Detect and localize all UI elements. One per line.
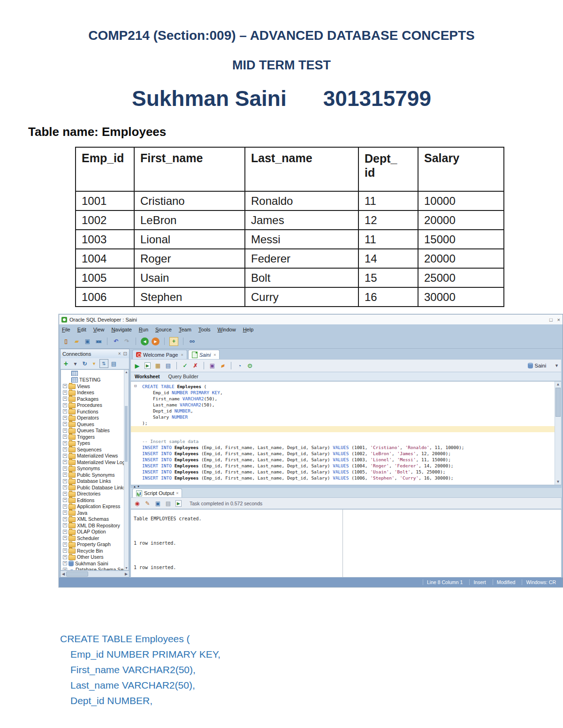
autotrace-icon[interactable] — [154, 362, 162, 370]
tree-item-testing[interactable]: TESTING — [61, 377, 129, 383]
tree-item-application-express[interactable]: +Application Express — [61, 503, 129, 510]
expand-icon[interactable]: + — [63, 447, 67, 451]
code-line[interactable] — [131, 426, 555, 432]
menu-source[interactable]: Source — [155, 327, 172, 332]
tree-item-views[interactable]: +Views — [61, 383, 129, 390]
expand-icon[interactable]: + — [63, 397, 67, 401]
code-line[interactable]: First_name VARCHAR2(50), — [142, 396, 555, 402]
dropdown-caret-icon[interactable] — [71, 360, 79, 368]
menu-edit[interactable]: Edit — [77, 327, 86, 332]
tree-item-java[interactable]: +Java — [61, 510, 129, 516]
tab-close-icon[interactable]: × — [213, 353, 216, 357]
tuning-icon[interactable] — [246, 362, 254, 370]
menu-file[interactable]: File — [62, 327, 70, 332]
expand-icon[interactable]: + — [63, 466, 67, 471]
expand-icon[interactable]: + — [63, 384, 67, 388]
redo-icon[interactable] — [123, 338, 131, 345]
expand-icon[interactable]: + — [63, 460, 67, 464]
save-icon[interactable] — [84, 338, 91, 345]
tree-root-sukhman-saini[interactable]: +Sukhman Saini — [61, 560, 129, 567]
code-line[interactable]: INSERT INTO Employees (Emp_id, First_nam… — [142, 475, 555, 481]
tree-item-procedures[interactable]: +Procedures — [61, 402, 129, 409]
sql-history-icon[interactable] — [236, 362, 243, 370]
expand-icon[interactable]: + — [63, 416, 67, 420]
tree-item-queues-tables[interactable]: +Queues Tables — [61, 428, 129, 434]
menu-view[interactable]: View — [93, 327, 105, 332]
expand-icon[interactable]: + — [63, 517, 67, 521]
maximize-icon[interactable]: □ — [549, 317, 553, 323]
expand-icon[interactable]: + — [63, 530, 67, 534]
tree-vertical-scrollbar[interactable]: ▲ ▼ — [124, 370, 129, 570]
collapse-all-icon[interactable] — [110, 360, 118, 368]
expand-icon[interactable]: + — [63, 542, 67, 547]
script-output-console[interactable]: Table EMPLOYEES created.1 row inserted.1… — [130, 509, 562, 578]
menu-tools[interactable]: Tools — [198, 327, 211, 332]
menu-navigate[interactable]: Navigate — [111, 327, 131, 332]
commit-icon[interactable] — [181, 362, 189, 370]
sort-icon[interactable] — [99, 359, 108, 368]
expand-icon[interactable]: + — [63, 504, 67, 509]
scroll-right-icon[interactable]: ▶ — [123, 572, 129, 576]
print-icon[interactable] — [164, 499, 172, 507]
expand-icon[interactable]: + — [63, 492, 67, 496]
open-folder-icon[interactable] — [73, 338, 81, 345]
expand-icon[interactable]: + — [63, 555, 67, 559]
menu-window[interactable]: Window — [217, 327, 236, 332]
title-bar[interactable]: Oracle SQL Developer : Saini □ × — [59, 315, 563, 324]
new-file-icon[interactable] — [62, 338, 70, 345]
clear-icon[interactable] — [219, 362, 227, 370]
explain-plan-icon[interactable] — [164, 362, 172, 370]
tree-item[interactable] — [61, 370, 129, 377]
script-icon[interactable] — [175, 499, 183, 507]
scroll-up-icon[interactable]: ▲ — [555, 382, 561, 387]
tree-item-recycle-bin[interactable]: +Recycle Bin — [61, 548, 129, 554]
menu-run[interactable]: Run — [139, 327, 148, 332]
tree-item-database-links[interactable]: +Database Links — [61, 478, 129, 485]
expand-icon[interactable]: + — [63, 523, 67, 527]
chevron-down-icon[interactable]: ▼ — [555, 363, 559, 368]
undo-icon[interactable] — [112, 338, 120, 345]
tree-item-olap-option[interactable]: +OLAP Option — [61, 529, 129, 535]
tree-item-public-database-links[interactable]: +Public Database Links — [61, 484, 129, 491]
tree-item-indexes[interactable]: +Indexes — [61, 390, 129, 396]
code-line[interactable]: ); — [142, 420, 555, 426]
pin-icon[interactable] — [133, 499, 141, 507]
tree-item-sequences[interactable]: +Sequences — [61, 446, 129, 453]
tree-item-packages[interactable]: +Packages — [61, 396, 129, 402]
add-connection-icon[interactable] — [62, 360, 70, 368]
code-line[interactable]: CREATE TABLE Employees ( — [142, 383, 555, 390]
tab-saini-worksheet[interactable]: Saini × — [188, 350, 220, 359]
code-line[interactable]: -- Insert sample data — [142, 438, 555, 444]
expand-icon[interactable]: + — [63, 473, 67, 477]
scroll-left-icon[interactable]: ◀ — [61, 572, 66, 576]
tree-root-database-schema-service-con[interactable]: +☁Database Schema Service Con — [61, 567, 129, 571]
unshared-worksheet-icon[interactable] — [208, 362, 216, 370]
save-icon[interactable] — [154, 499, 162, 507]
tree-item-other-users[interactable]: +Other Users — [61, 554, 129, 561]
expand-icon[interactable]: + — [63, 568, 67, 570]
tree-item-materialized-views[interactable]: +Materialized Views — [61, 453, 129, 459]
forward-icon[interactable] — [152, 338, 160, 345]
menu-help[interactable]: Help — [243, 327, 254, 332]
expand-icon[interactable]: + — [63, 441, 67, 445]
tree-item-scheduler[interactable]: +Scheduler — [61, 535, 129, 541]
expand-icon[interactable]: + — [63, 510, 67, 515]
tree-item-functions[interactable]: +Functions — [61, 408, 129, 415]
tab-worksheet[interactable]: Worksheet — [135, 374, 160, 379]
tree-item-queues[interactable]: +Queues — [61, 421, 129, 428]
tree-item-directories[interactable]: +Directories — [61, 491, 129, 497]
tab-close-icon[interactable]: × — [181, 353, 183, 357]
code-vertical-scrollbar[interactable]: ▲ ▼ — [555, 382, 561, 485]
code-line[interactable]: Salary NUMBER — [142, 414, 555, 420]
expand-icon[interactable]: + — [63, 454, 67, 458]
tree-item-editions[interactable]: +Editions — [61, 497, 129, 503]
scroll-thumb[interactable] — [125, 406, 128, 462]
panel-close-icon[interactable]: × — [118, 351, 121, 356]
expand-icon[interactable]: + — [63, 403, 67, 407]
tree-item-xml-db-repository[interactable]: +XML DB Repository — [61, 522, 129, 529]
tab-query-builder[interactable]: Query Builder — [168, 374, 198, 379]
save-all-icon[interactable] — [94, 338, 102, 345]
code-line[interactable]: INSERT INTO Employees (Emp_id, First_nam… — [142, 463, 555, 469]
tree-item-triggers[interactable]: +Triggers — [61, 434, 129, 440]
tree-item-public-synonyms[interactable]: +Public Synonyms — [61, 472, 129, 478]
